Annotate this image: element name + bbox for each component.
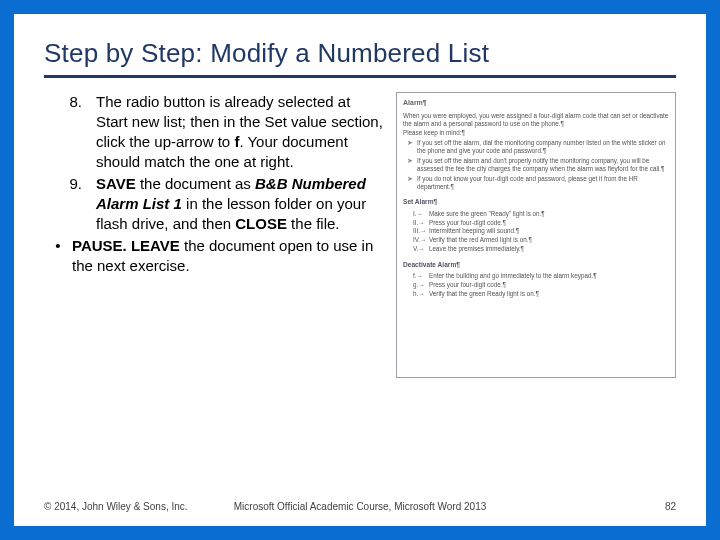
figure-numbered-item: IV.→Verify that the red Armed light is o… xyxy=(413,236,669,244)
text: the file. xyxy=(287,215,340,232)
num: g.→ xyxy=(413,281,429,289)
figure-numbered-item: V.→Leave the premises immediately.¶ xyxy=(413,245,669,253)
bullet-pause: • PAUSE. LEAVE the document open to use … xyxy=(44,236,386,276)
text: Enter the building and go immediately to… xyxy=(429,272,669,280)
figure-word-document: Alarm¶ When you were employed, you were … xyxy=(396,92,676,378)
step-number: 9. xyxy=(44,174,96,234)
slide-title: Step by Step: Modify a Numbered List xyxy=(44,38,676,78)
step-body: SAVE the document as B&B Numbered Alarm … xyxy=(96,174,386,234)
text: the document as xyxy=(136,175,255,192)
num: h.→ xyxy=(413,290,429,298)
figure-numbered-item: g.→Press your four-digit code.¶ xyxy=(413,281,669,289)
figure-heading: Alarm¶ xyxy=(403,99,669,108)
figure-paragraph: When you were employed, you were assigne… xyxy=(403,112,669,128)
text-bold: SAVE xyxy=(96,175,136,192)
num: V.→ xyxy=(413,245,429,253)
figure-list-item: ➤ If you set off the alarm and don't pro… xyxy=(407,157,669,173)
text: Verify that the red Armed light is on.¶ xyxy=(429,236,669,244)
figure-numbered-item: I.→Make sure the green "Ready" light is … xyxy=(413,210,669,218)
figure-subheading: Set Alarm¶ xyxy=(403,198,669,206)
num: II.→ xyxy=(413,219,429,227)
footer-page-number: 82 xyxy=(665,501,676,512)
text-column: 8. The radio button is already selected … xyxy=(44,92,386,378)
text: Leave the premises immediately.¶ xyxy=(429,245,669,253)
arrow-icon: ➤ xyxy=(407,139,417,155)
step-body: The radio button is already selected at … xyxy=(96,92,386,172)
figure-numbered-item: h.→Verify that the green Ready light is … xyxy=(413,290,669,298)
figure-numbered-item: III.→Intermittent beeping will sound.¶ xyxy=(413,227,669,235)
num: f.→ xyxy=(413,272,429,280)
text: If you set off the alarm and don't prope… xyxy=(417,157,669,173)
footer-copyright: © 2014, John Wiley & Sons, Inc. xyxy=(44,501,188,512)
figure-numbered-item: f.→Enter the building and go immediately… xyxy=(413,272,669,280)
figure-paragraph: Please keep in mind:¶ xyxy=(403,129,669,137)
figure-subheading: Deactivate Alarm¶ xyxy=(403,261,669,269)
figure-list-item: ➤ If you do not know your four-digit cod… xyxy=(407,175,669,191)
text: If you set off the alarm, dial the monit… xyxy=(417,139,669,155)
num: III.→ xyxy=(413,227,429,235)
footer: © 2014, John Wiley & Sons, Inc. Microsof… xyxy=(44,501,676,512)
num: I.→ xyxy=(413,210,429,218)
step-number: 8. xyxy=(44,92,96,172)
figure-list-item: ➤ If you set off the alarm, dial the mon… xyxy=(407,139,669,155)
content-area: 8. The radio button is already selected … xyxy=(44,92,676,378)
step-8: 8. The radio button is already selected … xyxy=(44,92,386,172)
text: Intermittent beeping will sound.¶ xyxy=(429,227,669,235)
text: If you do not know your four-digit code … xyxy=(417,175,669,191)
text: Make sure the green "Ready" light is on.… xyxy=(429,210,669,218)
text: Press your four-digit code.¶ xyxy=(429,281,669,289)
figure-numbered-item: II.→Press your four-digit code.¶ xyxy=(413,219,669,227)
num: IV.→ xyxy=(413,236,429,244)
bullet-body: PAUSE. LEAVE the document open to use in… xyxy=(72,236,386,276)
bullet-dot: • xyxy=(44,236,72,276)
text: Verify that the green Ready light is on.… xyxy=(429,290,669,298)
arrow-icon: ➤ xyxy=(407,157,417,173)
text: Press your four-digit code.¶ xyxy=(429,219,669,227)
slide: Step by Step: Modify a Numbered List 8. … xyxy=(14,14,706,526)
step-9: 9. SAVE the document as B&B Numbered Ala… xyxy=(44,174,386,234)
arrow-icon: ➤ xyxy=(407,175,417,191)
text-bold: CLOSE xyxy=(235,215,287,232)
text-bold: PAUSE. LEAVE xyxy=(72,237,180,254)
